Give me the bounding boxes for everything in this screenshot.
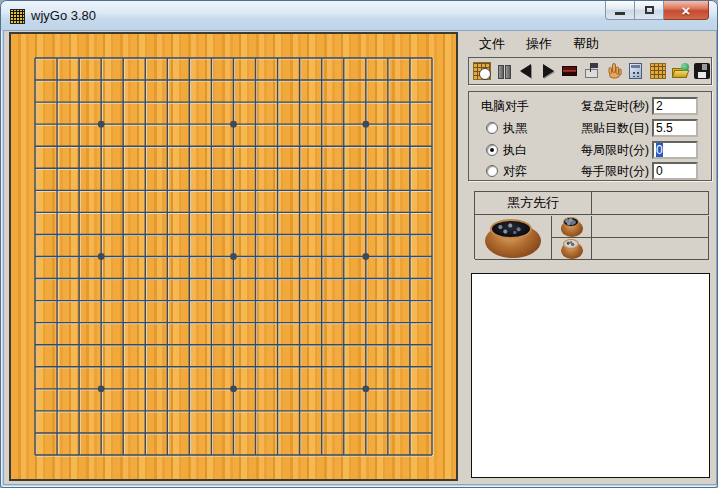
settings-group: 电脑对手 执黑 执白 对弈 复盘定时(秒) 2 黑贴目数(目) 5.5 xyxy=(468,91,712,181)
radio-row-play-black[interactable]: 执黑 xyxy=(486,120,527,136)
menu-bar: 文件 操作 帮助 xyxy=(474,34,615,53)
score-calculator-button[interactable] xyxy=(626,61,646,81)
replay-timer-value: 2 xyxy=(656,99,663,113)
menu-operation[interactable]: 操作 xyxy=(521,33,557,55)
radio-play-black-label: 执黑 xyxy=(503,120,527,137)
status-empty-cell-top xyxy=(592,216,708,238)
open-folder-icon xyxy=(672,70,690,78)
move-time-limit-value: 0 xyxy=(656,164,663,178)
app-window: wjyGo 3.80 × 文件 操作 帮助 xyxy=(0,0,718,488)
komi-input[interactable]: 5.5 xyxy=(652,119,698,137)
flag-button[interactable] xyxy=(582,61,602,81)
field-row-replay-timer: 复盘定时(秒) 2 xyxy=(564,97,698,115)
radio-play-white-label: 执白 xyxy=(503,142,527,159)
menu-file[interactable]: 文件 xyxy=(474,33,510,55)
window-title: wjyGo 3.80 xyxy=(31,8,96,23)
captured-stones-cell-large xyxy=(475,216,552,259)
step-back-button[interactable] xyxy=(516,61,536,81)
status-table: 黑方先行 xyxy=(474,191,709,259)
radio-play-black[interactable] xyxy=(486,122,498,134)
black-bowl-cell xyxy=(552,216,591,238)
stop-icon xyxy=(562,66,577,76)
hand-pass-button[interactable] xyxy=(604,61,624,81)
minimize-button[interactable] xyxy=(605,1,635,20)
black-stones-bowl-large xyxy=(485,218,541,258)
turn-indicator: 黑方先行 xyxy=(475,192,592,214)
status-row-bowls xyxy=(475,216,709,260)
pause-button[interactable] xyxy=(494,61,514,81)
flag-base-icon xyxy=(585,69,598,78)
floppy-save-icon xyxy=(694,63,710,79)
flag-icon xyxy=(591,63,598,68)
move-time-limit-label: 每手限时(分) xyxy=(581,163,649,180)
replay-timer-label: 复盘定时(秒) xyxy=(581,98,649,115)
stop-button[interactable] xyxy=(560,61,580,81)
game-time-limit-value: 0 xyxy=(656,143,663,157)
game-time-limit-label: 每局限时(分) xyxy=(581,142,649,159)
computer-opponent-label: 电脑对手 xyxy=(481,98,529,115)
close-icon: × xyxy=(682,3,691,18)
maximize-icon xyxy=(645,6,654,14)
status-empty-column xyxy=(592,216,709,259)
radio-play-white[interactable] xyxy=(486,144,498,156)
arrow-left-icon xyxy=(520,64,531,78)
toolbar xyxy=(468,57,712,85)
field-row-komi: 黑贴目数(目) 5.5 xyxy=(564,119,698,137)
title-bar[interactable]: wjyGo 3.80 × xyxy=(1,1,717,31)
step-forward-button[interactable] xyxy=(538,61,558,81)
board-timer-button[interactable] xyxy=(472,61,492,81)
board-timer-icon xyxy=(473,62,491,80)
move-list[interactable] xyxy=(471,273,710,478)
minimize-icon xyxy=(615,12,625,15)
open-file-button[interactable] xyxy=(670,61,690,81)
white-bowl-cell xyxy=(552,238,591,259)
board-grid-button[interactable] xyxy=(648,61,668,81)
komi-value: 5.5 xyxy=(656,121,673,135)
radio-row-play-white[interactable]: 执白 xyxy=(486,142,527,158)
go-board-grid xyxy=(11,34,456,479)
white-stones-bowl-small xyxy=(561,239,583,259)
move-time-limit-input[interactable]: 0 xyxy=(652,162,698,180)
save-file-button[interactable] xyxy=(692,61,712,81)
close-button[interactable]: × xyxy=(664,1,709,20)
app-goboard-icon xyxy=(10,9,25,24)
replay-timer-input[interactable]: 2 xyxy=(652,97,698,115)
radio-row-versus[interactable]: 对弈 xyxy=(486,163,527,179)
field-row-game-time-limit: 每局限时(分) 0 xyxy=(564,141,698,159)
white-stones xyxy=(563,239,579,249)
maximize-button[interactable] xyxy=(635,1,664,20)
small-bowls-column xyxy=(552,216,592,259)
go-board[interactable] xyxy=(9,32,458,481)
radio-versus-label: 对弈 xyxy=(503,163,527,180)
radio-versus[interactable] xyxy=(486,165,498,177)
komi-label: 黑贴目数(目) xyxy=(581,120,649,137)
calculator-icon xyxy=(629,63,642,79)
black-stones xyxy=(563,217,579,227)
grid-icon xyxy=(650,63,666,79)
menu-help[interactable]: 帮助 xyxy=(568,33,604,55)
game-time-limit-input[interactable]: 0 xyxy=(652,141,698,159)
black-stones xyxy=(490,219,532,239)
status-empty-cell-bottom xyxy=(592,238,708,259)
turn-indicator-empty-cell xyxy=(592,192,709,214)
field-row-move-time-limit: 每手限时(分) 0 xyxy=(564,162,698,180)
black-stones-bowl-small xyxy=(561,217,583,237)
status-row-turn: 黑方先行 xyxy=(475,192,709,215)
folder-arrow-icon xyxy=(681,63,689,71)
client-area: 文件 操作 帮助 xyxy=(4,31,716,484)
hand-icon xyxy=(604,61,624,81)
arrow-right-icon xyxy=(543,64,554,78)
